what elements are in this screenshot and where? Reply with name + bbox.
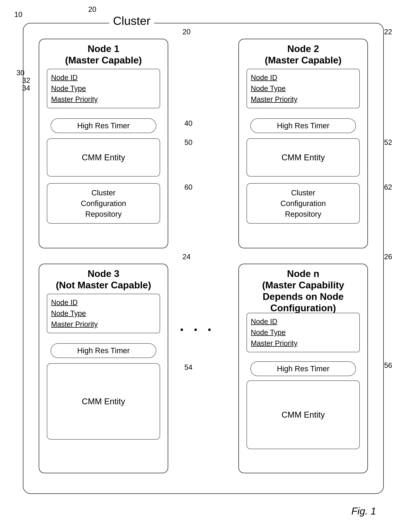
diagram-num-10: 10 <box>14 11 22 19</box>
node2-title: Node 2 (Master Capable) <box>239 39 367 68</box>
node2-config-box: Cluster Configuration Repository <box>247 183 360 224</box>
cluster-label: Cluster <box>109 14 154 27</box>
node1-ref-32: 32 <box>22 76 30 85</box>
node3-box: 24 Node 3 (Not Master Capable) Node ID N… <box>39 264 168 473</box>
fig-label: Fig. 1 <box>351 505 376 517</box>
node2-timer-pill: High Res Timer <box>250 118 356 133</box>
node1-timer-pill: High Res Timer <box>51 118 156 133</box>
node2-info-box: Node ID Node Type Master Priority <box>247 69 360 108</box>
node3-timer-pill: High Res Timer <box>51 343 156 358</box>
node1-config-box: Cluster Configuration Repository <box>47 183 160 224</box>
cluster-ref-20: 20 <box>88 5 96 13</box>
node2-ref-52: 52 <box>384 138 392 146</box>
node1-ref-50: 50 <box>184 138 193 146</box>
node1-ref-num: 20 <box>182 28 191 36</box>
node1-ref-34: 34 <box>22 84 30 92</box>
node1-info-box: Node ID Node Type Master Priority <box>47 69 160 108</box>
node1-box: 20 Node 1 (Master Capable) 30 32 34 Node… <box>39 39 168 248</box>
node1-ref-60: 60 <box>184 183 193 191</box>
node3-master-priority: Master Priority <box>51 319 156 330</box>
noden-info-box: Node ID Node Type Master Priority <box>247 313 360 352</box>
page: 10 Cluster 20 20 Node 1 (Master Capable)… <box>0 0 399 532</box>
node3-title: Node 3 (Not Master Capable) <box>39 264 168 293</box>
noden-title: Node n (Master Capability Depends on Nod… <box>239 264 367 316</box>
node2-ref-62: 62 <box>384 183 392 191</box>
noden-master-priority: Master Priority <box>251 338 355 349</box>
noden-cmm-box: CMM Entity <box>247 380 360 449</box>
node2-cmm-box: CMM Entity <box>247 138 360 177</box>
noden-timer-pill: High Res Timer <box>250 361 356 376</box>
node2-node-id: Node ID <box>251 72 355 83</box>
node3-node-type: Node Type <box>51 308 156 319</box>
node3-ref-54: 54 <box>184 363 193 372</box>
node2-master-priority: Master Priority <box>251 94 355 105</box>
noden-ref-num: 26 <box>384 253 392 261</box>
node3-node-id: Node ID <box>51 297 156 308</box>
node3-info-box: Node ID Node Type Master Priority <box>47 294 160 333</box>
node1-ref-30: 30 <box>16 69 24 77</box>
noden-ref-56: 56 <box>384 361 392 370</box>
noden-node-id: Node ID <box>251 316 355 327</box>
node1-node-id: Node ID <box>51 72 156 83</box>
noden-box: 26 Node n (Master Capability Depends on … <box>238 264 368 473</box>
dots: . . . <box>180 317 214 335</box>
node2-box: 22 Node 2 (Master Capable) Node ID Node … <box>238 39 368 248</box>
node2-node-type: Node Type <box>251 83 355 94</box>
node1-cmm-box: CMM Entity <box>47 138 160 177</box>
node1-master-priority: Master Priority <box>51 94 156 105</box>
node2-ref-num: 22 <box>384 28 392 36</box>
node3-ref-num: 24 <box>182 253 191 261</box>
node1-title: Node 1 (Master Capable) <box>39 39 168 68</box>
noden-node-type: Node Type <box>251 327 355 338</box>
cluster-outer-box: Cluster 20 20 Node 1 (Master Capable) 30… <box>23 23 384 494</box>
node1-ref-40: 40 <box>184 119 193 127</box>
node1-node-type: Node Type <box>51 83 156 94</box>
node3-cmm-box: CMM Entity <box>47 363 160 440</box>
